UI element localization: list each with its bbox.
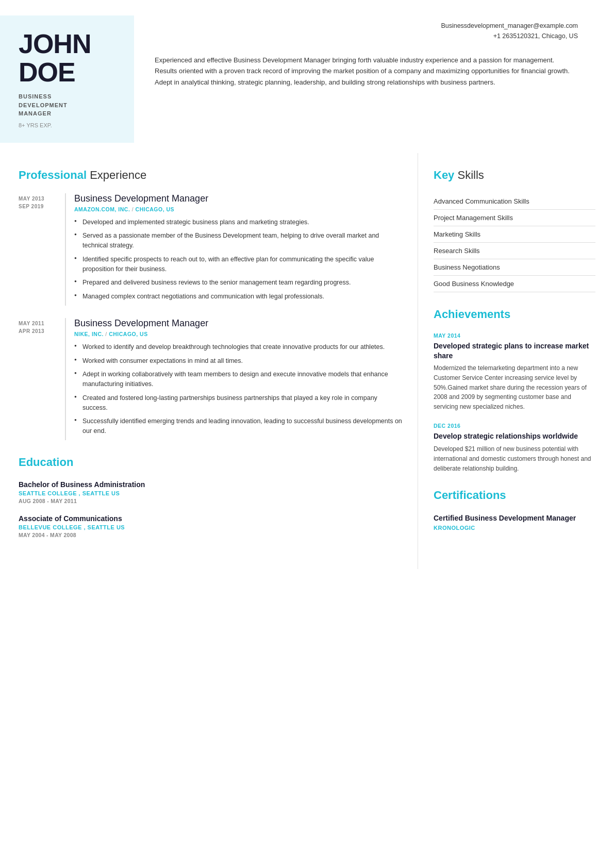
bullet-1-4: Prepared and delivered business reviews …: [74, 278, 402, 288]
achievement-entry-1: MAY 2014 Developed strategic plans to in…: [434, 332, 595, 412]
achievement-title-1: Developed strategic plans to increase ma…: [434, 341, 595, 361]
exp-job-title-2: Business Development Manager: [74, 318, 402, 329]
email: Businessdevelopment_manager@example.com: [155, 21, 578, 31]
summary: Experienced and effective Business Devel…: [155, 55, 578, 88]
professional-experience-section-title: Professional Experience: [19, 169, 402, 184]
last-name: DOE: [19, 58, 122, 87]
edu-school-2: BELLEVUE COLLEGE , SEATTLE US: [19, 524, 402, 530]
skills-suffix: Skills: [454, 169, 484, 181]
exp-company-2: NIKE, INC. / CHICAGO, US: [74, 331, 402, 337]
bullet-1-3: Identified specific prospects to reach o…: [74, 255, 402, 274]
right-column: Key Skills Advanced Communication Skills…: [418, 153, 614, 569]
achievement-date-2: DEC 2016: [434, 423, 595, 429]
exp-bullets-1: Developed and implemented strategic busi…: [74, 218, 402, 302]
skill-4: Research Skills: [434, 243, 595, 259]
skills-list: Advanced Communication Skills Project Ma…: [434, 193, 595, 292]
cert-name-1: Certified Business Development Manager: [434, 513, 595, 523]
header: JOHN DOE BUSINESS DEVELOPMENT MANAGER 8+…: [0, 0, 614, 153]
key-highlight: Key: [434, 169, 454, 181]
edu-entry-2: Associate of Communications BELLEVUE COL…: [19, 514, 402, 538]
achievement-entry-2: DEC 2016 Develop strategic relationships…: [434, 423, 595, 473]
first-name: JOHN: [19, 30, 122, 58]
certifications-section-title: Certifications: [434, 489, 595, 504]
bullet-2-1: Worked to identify and develop breakthro…: [74, 342, 402, 352]
resume-page: JOHN DOE BUSINESS DEVELOPMENT MANAGER 8+…: [0, 0, 614, 868]
edu-degree-2: Associate of Communications: [19, 514, 402, 523]
edu-dates-2: MAY 2004 - MAY 2008: [19, 532, 402, 538]
achievement-date-1: MAY 2014: [434, 332, 595, 339]
experience-suffix: Experience: [87, 169, 146, 181]
header-right: Businessdevelopment_manager@example.com …: [134, 15, 593, 143]
education-section-title: Education: [19, 456, 402, 471]
exp-bullets-2: Worked to identify and develop breakthro…: [74, 342, 402, 436]
job-title: BUSINESS DEVELOPMENT MANAGER: [19, 92, 122, 118]
contact-info: Businessdevelopment_manager@example.com …: [155, 21, 578, 41]
edu-entry-1: Bachelor of Business Administration SEAT…: [19, 480, 402, 504]
achievement-title-2: Develop strategic relationships worldwid…: [434, 431, 595, 441]
skill-3: Marketing Skills: [434, 226, 595, 243]
left-column: Professional Experience MAY 2013 SEP 201…: [0, 153, 418, 569]
experience-badge: 8+ YRS EXP.: [19, 122, 122, 128]
edu-dates-1: AUG 2008 - MAY 2011: [19, 498, 402, 504]
skill-1: Advanced Communication Skills: [434, 193, 595, 210]
exp-date-1: MAY 2013 SEP 2019: [19, 193, 65, 306]
exp-details-1: Business Development Manager AMAZON.COM,…: [65, 193, 402, 306]
achievements-highlight: Achievements: [434, 308, 510, 321]
bullet-1-5: Managed complex contract negotiations an…: [74, 292, 402, 302]
experience-entry-2: MAY 2011 APR 2013 Business Development M…: [19, 318, 402, 440]
achievements-section-title: Achievements: [434, 308, 595, 323]
edu-school-1: SEATTLE COLLEGE , SEATTLE US: [19, 490, 402, 496]
experience-entry-1: MAY 2013 SEP 2019 Business Development M…: [19, 193, 402, 306]
bullet-2-2: Worked with consumer expectations in min…: [74, 356, 402, 366]
cert-issuer-1: KRONOLOGIC: [434, 525, 595, 531]
bullet-2-3: Adept in working collaboratively with te…: [74, 370, 402, 389]
exp-job-title-1: Business Development Manager: [74, 193, 402, 204]
bullet-1-1: Developed and implemented strategic busi…: [74, 218, 402, 227]
professional-highlight: Professional: [19, 169, 87, 181]
skill-2: Project Management Skills: [434, 210, 595, 226]
edu-degree-1: Bachelor of Business Administration: [19, 480, 402, 489]
main-content: Professional Experience MAY 2013 SEP 201…: [0, 153, 614, 569]
education-highlight: Education: [19, 456, 73, 469]
exp-company-1: AMAZON.COM, INC. / CHICAGO, US: [74, 206, 402, 212]
phone-location: +1 2635120321, Chicago, US: [155, 31, 578, 41]
key-skills-section-title: Key Skills: [434, 169, 595, 184]
exp-date-2: MAY 2011 APR 2013: [19, 318, 65, 440]
skill-6: Good Business Knowledge: [434, 276, 595, 292]
bullet-2-4: Created and fostered long-lasting partne…: [74, 393, 402, 413]
exp-details-2: Business Development Manager NIKE, INC. …: [65, 318, 402, 440]
skill-5: Business Negotiations: [434, 259, 595, 276]
achievement-desc-1: Modernized the telemarketing department …: [434, 363, 595, 411]
bullet-1-2: Served as a passionate member of the Bus…: [74, 231, 402, 251]
cert-entry-1: Certified Business Development Manager K…: [434, 513, 595, 531]
header-left: JOHN DOE BUSINESS DEVELOPMENT MANAGER 8+…: [0, 15, 134, 143]
certifications-highlight: Certifications: [434, 489, 506, 502]
achievement-desc-2: Developed $21 million of new business po…: [434, 444, 595, 473]
bullet-2-5: Successfully identified emerging trends …: [74, 416, 402, 436]
